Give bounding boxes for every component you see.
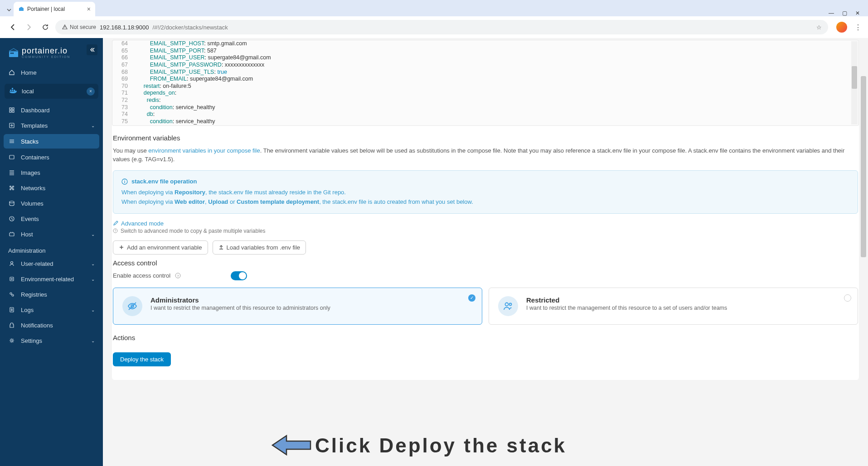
help-icon[interactable]: ?	[175, 273, 181, 279]
profile-avatar[interactable]	[836, 22, 847, 33]
browser-tab[interactable]: Portainer | local ×	[14, 2, 95, 16]
edit-icon	[113, 221, 118, 226]
close-environment-icon[interactable]: ×	[87, 87, 95, 96]
nav-icon	[8, 106, 15, 114]
maximize-icon[interactable]: ▢	[842, 10, 847, 16]
access-option-desc: I want to restrict the management of thi…	[526, 305, 727, 311]
svg-rect-12	[12, 110, 14, 112]
sidebar-item-templates[interactable]: Templates⌄	[0, 118, 103, 133]
sidebar-item-label: Networks	[21, 185, 45, 192]
window-controls: — ▢ ✕	[820, 10, 868, 16]
collapse-sidebar-button[interactable]	[87, 44, 97, 55]
sidebar-item-registries[interactable]: Registries	[0, 287, 103, 302]
close-tab-icon[interactable]: ×	[87, 5, 91, 13]
close-window-icon[interactable]: ✕	[855, 10, 860, 16]
code-line: 74 db:	[112, 111, 858, 118]
line-number: 64	[112, 40, 134, 48]
svg-rect-32	[10, 233, 14, 236]
more-menu-icon[interactable]: ⋮	[854, 23, 862, 32]
environment-badge[interactable]: local ×	[5, 84, 98, 99]
sidebar-item-label: Notifications	[21, 322, 53, 329]
line-content: EMAIL_SMTP_PORT: 587	[134, 48, 858, 55]
sidebar-item-label: Stacks	[21, 138, 39, 145]
access-option-administrators[interactable]: Administrators I want to restrict the ma…	[113, 288, 482, 325]
minimize-icon[interactable]: —	[829, 10, 834, 16]
chevron-down-icon: ⌄	[91, 232, 95, 237]
sidebar-item-label: Home	[21, 69, 37, 76]
svg-rect-19	[10, 155, 14, 159]
bookmark-icon[interactable]: ☆	[816, 24, 822, 31]
sidebar-item-user-related[interactable]: User-related⌄	[0, 256, 103, 271]
arrow-icon	[271, 433, 311, 458]
sidebar-item-environment-related[interactable]: Environment-related⌄	[0, 271, 103, 287]
code-line: 72 redis:	[112, 97, 858, 104]
load-env-file-button[interactable]: Load variables from .env file	[213, 240, 306, 255]
line-content: db:	[134, 111, 858, 118]
env-vars-link[interactable]: environment variables in your compose fi…	[148, 147, 260, 154]
advanced-mode-link[interactable]: Advanced mode	[113, 220, 858, 227]
plus-icon	[119, 245, 124, 250]
line-content: condition: service_healthy	[134, 104, 858, 111]
deploy-stack-button[interactable]: Deploy the stack	[113, 352, 171, 366]
environment-name: local	[22, 88, 34, 95]
svg-rect-6	[12, 90, 13, 91]
code-line: 69 FROM_EMAIL: supergate84@gmail.com	[112, 76, 858, 83]
forward-button[interactable]	[23, 21, 35, 34]
svg-text:?: ?	[115, 229, 116, 232]
nav-icon	[8, 122, 15, 129]
sidebar-item-settings[interactable]: Settings⌄	[0, 333, 103, 348]
code-line: 67 EMAIL_SMTP_PASSWORD: xxxxxxxxxxxxxx	[112, 62, 858, 69]
line-content: condition: service_healthy	[134, 118, 858, 125]
nav-icon	[8, 260, 15, 267]
chevron-down-icon: ⌄	[91, 307, 95, 312]
sidebar-item-networks[interactable]: Networks	[0, 180, 103, 196]
line-content: EMAIL_SMTP_USE_TLS: true	[134, 69, 858, 76]
code-editor[interactable]: 64 EMAIL_SMTP_HOST: smtp.gmail.com65 EMA…	[112, 40, 859, 126]
add-env-var-button[interactable]: Add an environment variable	[113, 240, 208, 255]
section-title: Environment variables	[113, 134, 858, 142]
sidebar-item-logs[interactable]: Logs⌄	[0, 302, 103, 317]
nav-icon	[8, 184, 15, 192]
section-title: Actions	[113, 334, 858, 341]
sidebar-item-label: User-related	[21, 260, 53, 267]
sidebar-item-images[interactable]: Images	[0, 165, 103, 180]
eye-slash-icon	[122, 296, 142, 316]
reload-button[interactable]	[39, 21, 52, 34]
portainer-favicon-icon	[18, 6, 24, 12]
svg-point-30	[10, 201, 14, 203]
sidebar-item-containers[interactable]: Containers	[0, 149, 103, 165]
nav-icon	[8, 322, 15, 329]
line-number: 73	[112, 104, 134, 111]
sidebar-item-host[interactable]: Host⌄	[0, 226, 103, 242]
sidebar-item-notifications[interactable]: Notifications	[0, 317, 103, 333]
back-button[interactable]	[6, 21, 19, 34]
logo-edition: COMMUNITY EDITION	[22, 55, 70, 58]
sidebar-item-events[interactable]: Events	[0, 211, 103, 226]
tab-bar: Portainer | local × — ▢ ✕	[0, 0, 868, 16]
access-option-restricted[interactable]: Restricted I want to restrict the manage…	[489, 288, 858, 325]
nav-icon	[8, 275, 15, 283]
access-option-title: Restricted	[526, 296, 727, 304]
access-option-title: Administrators	[150, 296, 330, 304]
info-box-title: stack.env file operation	[121, 177, 849, 187]
access-toggle[interactable]	[231, 271, 247, 280]
sidebar-item-stacks[interactable]: Stacks	[4, 134, 99, 149]
sidebar-item-volumes[interactable]: Volumes	[0, 196, 103, 211]
line-content: EMAIL_SMTP_USER: supergate84@gmail.com	[134, 54, 858, 62]
page-scrollbar[interactable]	[861, 40, 867, 257]
sidebar-item-dashboard[interactable]: Dashboard	[0, 102, 103, 118]
code-scrollbar[interactable]	[851, 41, 858, 125]
svg-rect-7	[12, 88, 13, 89]
line-number: 70	[112, 83, 134, 90]
url-path: /#!/2/docker/stacks/newstack	[152, 24, 228, 31]
tab-dropdown[interactable]	[5, 4, 14, 16]
sidebar-item-home[interactable]: Home	[0, 65, 103, 80]
sidebar-item-label: Settings	[21, 337, 42, 344]
access-control-section: Access control Enable access control ? A…	[112, 255, 859, 329]
sidebar-item-label: Logs	[21, 307, 34, 313]
code-line: 68 EMAIL_SMTP_USE_TLS: true	[112, 69, 858, 76]
sidebar-item-label: Templates	[21, 122, 48, 129]
line-number: 67	[112, 62, 134, 69]
annotation-text: Click Deploy the stack	[315, 434, 567, 457]
url-bar[interactable]: Not secure 192.168.1.18:9000/#!/2/docker…	[55, 20, 828, 34]
